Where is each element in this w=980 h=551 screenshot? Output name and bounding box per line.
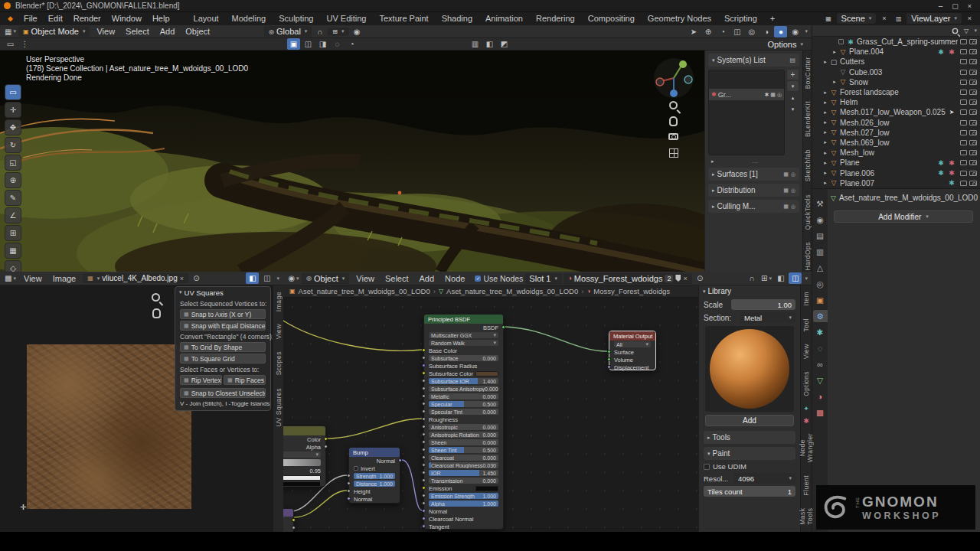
viewport-menu-item[interactable]: View (91, 26, 120, 37)
workspace-tab[interactable]: Scripting (718, 13, 763, 24)
rip-faces-button[interactable]: ▦Rip Faces (224, 375, 266, 385)
select-mode-invert-icon[interactable]: ◌ (331, 38, 344, 50)
render-visibility-icon[interactable] (969, 49, 977, 54)
select-visibility-icon[interactable]: ➤ (687, 26, 700, 37)
shader-menu-item[interactable]: Node (439, 273, 470, 284)
input-socket[interactable] (347, 497, 351, 500)
input-socket[interactable] (422, 386, 426, 390)
bump-node[interactable]: Bump Normal Invert Strength1.000 Distanc… (348, 447, 400, 504)
node-header[interactable]: Principled BSDF (424, 315, 503, 324)
emission-strength-slider[interactable]: Emission Strength1.000 (429, 493, 498, 499)
outliner-row[interactable]: ▸▽Plane.007✱ (812, 178, 980, 188)
input-socket[interactable] (422, 471, 426, 474)
fake-user-shield-icon[interactable] (675, 275, 681, 282)
snap-equal-distance-button[interactable]: ▦Snap with Equal Distance (180, 321, 266, 331)
outliner-row[interactable]: ▸▽Plane.004✱✱ (812, 47, 980, 57)
tab-mask-tools[interactable]: Mask Tools (797, 503, 815, 530)
uv-menu-item[interactable]: Image (47, 273, 82, 284)
input-socket[interactable] (422, 524, 426, 528)
output-tab-icon[interactable]: ▤ (813, 230, 828, 242)
specular-tint-slider[interactable]: Specular Tint0.000 (429, 409, 498, 415)
render-visibility-icon[interactable] (969, 130, 977, 135)
tool-transform[interactable]: ⊕ (5, 172, 21, 188)
particles-tab-icon[interactable]: ✱ (813, 326, 828, 338)
outliner-filter-icon[interactable]: ▽ (959, 25, 972, 37)
snap-axis-button[interactable]: ▦Snap to Axis (X or Y) (180, 309, 266, 319)
workspace-tab[interactable]: Geometry Nodes (642, 13, 717, 24)
tool-cursor[interactable]: ✛ (5, 102, 21, 118)
add-modifier-button[interactable]: Add Modifier▾ (834, 210, 973, 223)
subsurface-slider[interactable]: Subsurface0.000 (429, 355, 498, 361)
tool-scale[interactable]: ◱ (5, 155, 21, 171)
select-mode-extend-icon[interactable]: ◫ (302, 38, 315, 50)
clearcoat-slider[interactable]: Clearcoat0.000 (429, 455, 498, 461)
ramp-stop-color-black[interactable] (283, 481, 321, 487)
snap-target-selector[interactable]: ⊞▾ (328, 28, 348, 36)
tiles-count-field[interactable]: Tiles count1 (704, 486, 795, 497)
snap-magnet-icon[interactable]: ∩ (313, 26, 326, 37)
render-visibility-icon[interactable] (969, 150, 977, 155)
menu-item[interactable]: File (18, 13, 43, 24)
material-preview-sphere[interactable] (710, 329, 789, 409)
menu-item[interactable]: Render (68, 13, 106, 24)
select-mode-subtract-icon[interactable]: ◨ (316, 38, 329, 50)
render-visibility-icon[interactable] (969, 80, 977, 85)
particle-viewport-icon[interactable]: ▦ (770, 92, 776, 98)
object-tab-icon[interactable]: ▣ (813, 294, 828, 306)
principled-bsdf-node[interactable]: Principled BSDF BSDF Multiscatter GGX▾ R… (423, 314, 504, 530)
render-visibility-icon[interactable] (969, 171, 977, 176)
shader-node-canvas[interactable]: Color Alpha Linear▾ 0.95 Bump Normal Inv… (283, 298, 698, 532)
section-dropdown[interactable]: Metal▾ (740, 312, 795, 323)
close-button[interactable]: × (963, 0, 976, 11)
render-visibility-icon[interactable] (969, 140, 977, 145)
input-socket[interactable] (422, 348, 426, 352)
unlink-material-icon[interactable]: × (683, 275, 687, 282)
monitor-visibility-icon[interactable] (960, 59, 967, 64)
node-header[interactable] (283, 509, 293, 517)
monitor-visibility-icon[interactable] (960, 130, 967, 135)
pin-icon[interactable]: ⊙ (694, 272, 707, 284)
tool-options-dots-icon[interactable]: ⋮ (18, 38, 31, 50)
texture-tab-icon[interactable]: ▩ (813, 406, 828, 419)
snap-magnet-icon[interactable]: ∩ (745, 272, 758, 284)
monitor-visibility-icon[interactable] (960, 160, 967, 165)
shading-wireframe-icon[interactable]: ◎ (745, 26, 758, 37)
emission-color-swatch[interactable] (475, 486, 498, 491)
input-socket[interactable] (422, 448, 426, 452)
snap-closest-unselected-button[interactable]: ▦Snap to Closest Unselected (180, 388, 266, 398)
tool-options-dropdown[interactable]: Options▾ (763, 39, 808, 50)
input-socket[interactable] (422, 509, 426, 513)
outliner-row[interactable]: ▽Cube.003 (812, 67, 980, 77)
viewport-menu-item[interactable]: Add (155, 26, 181, 37)
viewport-menu-item[interactable]: Select (120, 26, 155, 37)
input-socket[interactable] (347, 489, 351, 493)
zoom-icon[interactable] (152, 293, 160, 302)
outliner-row[interactable]: ▸▽Mesh.017_low_Weapon_0.025➤ (812, 107, 980, 117)
monitor-visibility-icon[interactable] (960, 181, 967, 186)
scene-tab-icon[interactable]: △ (813, 262, 828, 274)
input-socket[interactable] (422, 517, 426, 520)
input-socket[interactable] (422, 356, 426, 360)
output-socket[interactable] (398, 458, 402, 462)
subsurface-anisotropy-slider[interactable]: Subsurface Anisotropy0.000 (429, 386, 498, 392)
input-socket[interactable] (607, 365, 611, 369)
subsurface-ior-slider[interactable]: Subsurface IOR1.400 (429, 378, 498, 384)
tool-rotate[interactable]: ↻ (5, 137, 21, 153)
tool-add-cube[interactable]: ⊞ (5, 225, 21, 241)
minimize-button[interactable]: – (934, 0, 947, 11)
to-grid-by-shape-button[interactable]: ▦To Grid By Shape (180, 342, 266, 352)
monitor-visibility-icon[interactable] (960, 70, 967, 75)
scale-slider[interactable]: 1.00 (731, 299, 795, 310)
move-slot-up-button[interactable]: ▴ (787, 93, 799, 103)
viewport-canvas[interactable]: User Perspective (178) Scene Collection … (0, 51, 704, 272)
uv-sidebar-tab[interactable]: Scopes (273, 347, 284, 380)
particle-systems-list[interactable]: ✱ Gr... ✱ ▦ ◎ (708, 70, 785, 155)
uv-display-icon[interactable]: ◫ (260, 272, 273, 284)
input-socket[interactable] (422, 478, 426, 482)
distribution-panel-header[interactable]: ▸Distribution▦◎ (708, 184, 799, 197)
outliner-row[interactable]: ▸▢Cutters (812, 57, 980, 67)
ramp-stop-color-white[interactable] (283, 475, 321, 481)
uv-canvas[interactable]: ✛ ▾UV Squares Select Sequenced Vertices … (0, 285, 273, 532)
paint-panel-header[interactable]: ▾Paint (704, 447, 795, 460)
editor-type-icon[interactable]: ◉▾ (287, 272, 300, 284)
